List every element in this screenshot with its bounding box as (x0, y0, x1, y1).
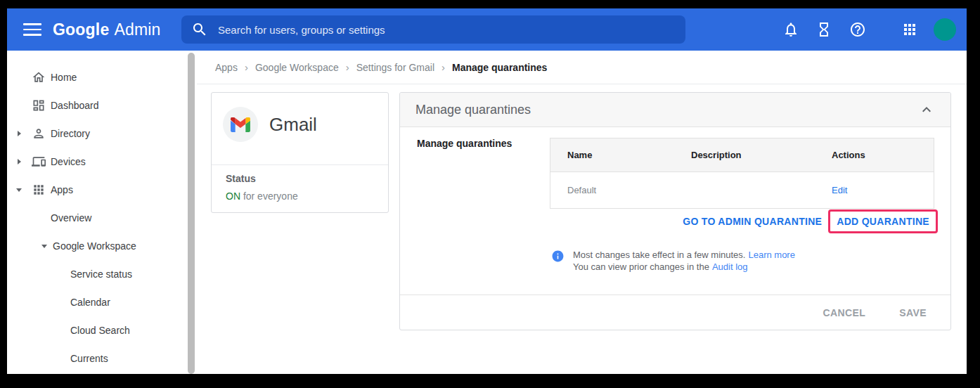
audit-log-link[interactable]: Audit log (712, 261, 748, 272)
sidebar-item-label: Service status (70, 269, 132, 280)
sidebar-item-label: Calendar (70, 297, 110, 308)
breadcrumb-google-workspace[interactable]: Google Workspace (255, 62, 339, 73)
home-icon (32, 70, 46, 84)
panel-title: Manage quarantines (415, 103, 531, 117)
breadcrumb-separator: › (346, 61, 349, 73)
card-divider (212, 164, 388, 165)
breadcrumb-current-page: Manage quarantines (452, 62, 547, 73)
search-icon (191, 21, 208, 38)
apps-grid-icon (32, 183, 46, 197)
google-admin-logo: Google Admin (53, 8, 161, 51)
status-on-badge: ON (226, 190, 240, 202)
caret-down-icon (41, 245, 47, 248)
info-line2: You can view prior changes in the (573, 261, 709, 272)
status-value: ON for everyone (226, 190, 298, 202)
logo-admin: Admin (114, 20, 160, 39)
column-header-actions: Actions (815, 150, 935, 160)
breadcrumb: Apps › Google Workspace › Settings for G… (197, 51, 967, 84)
breadcrumb-separator: › (441, 61, 445, 73)
sidebar-item-label: Home (51, 72, 77, 83)
add-quarantine-button[interactable]: ADD QUARANTINE (837, 216, 929, 227)
learn-more-link[interactable]: Learn more (748, 250, 794, 260)
notifications-icon[interactable] (782, 21, 799, 38)
info-line1: Most changes take effect in a few minute… (573, 250, 745, 260)
sidebar-item-overview[interactable]: Overview (7, 204, 197, 232)
sidebar-item-label: Directory (51, 128, 90, 139)
table-header-row: Name Description Actions (550, 138, 934, 172)
gmail-app-card: Gmail Status ON for everyone (211, 92, 389, 213)
top-app-bar: Google Admin (7, 8, 967, 51)
sidebar-item-label: Dashboard (51, 100, 99, 111)
sidebar-item-label: Apps (51, 184, 73, 195)
sidebar-item-label: Currents (70, 353, 108, 364)
menu-icon[interactable] (23, 21, 41, 38)
gmail-m-icon (231, 117, 250, 132)
sidebar-item-label: Google Workspace (53, 240, 136, 252)
sidebar-item-currents[interactable]: Currents (7, 344, 197, 373)
sidebar-item-directory[interactable]: Directory (7, 119, 197, 148)
cancel-button[interactable]: CANCEL (823, 307, 866, 318)
breadcrumb-separator: › (245, 61, 248, 73)
sidebar-item-label: Overview (51, 212, 91, 224)
topbar-actions (782, 8, 956, 51)
help-icon[interactable] (849, 21, 866, 38)
search-input[interactable] (217, 23, 676, 37)
apps-grid-icon[interactable] (901, 21, 918, 38)
person-icon (32, 127, 46, 141)
gmail-logo (223, 107, 258, 142)
sidebar-item-label: Devices (51, 156, 86, 167)
breadcrumb-settings-for-gmail[interactable]: Settings for Gmail (356, 62, 434, 73)
go-to-admin-quarantine-button[interactable]: GO TO ADMIN QUARANTINE (683, 216, 822, 227)
devices-icon (32, 155, 46, 169)
section-label: Manage quarantines (417, 138, 512, 149)
sidebar-item-calendar[interactable]: Calendar (7, 288, 197, 316)
caret-right-icon (18, 131, 21, 136)
sidebar-item-service-status[interactable]: Service status (7, 260, 197, 288)
dashboard-icon (32, 98, 46, 112)
status-label: Status (226, 173, 256, 184)
caret-right-icon (18, 159, 21, 164)
sidebar-item-devices[interactable]: Devices (7, 148, 197, 176)
edit-link[interactable]: Edit (832, 185, 847, 195)
admin-console-window: Google Admin Home (7, 8, 967, 374)
sidebar-item-label: Cloud Search (70, 325, 130, 336)
app-title: Gmail (269, 114, 317, 136)
column-header-description: Description (674, 150, 815, 160)
breadcrumb-apps[interactable]: Apps (215, 62, 238, 73)
screenshot-frame: Google Admin Home (0, 0, 980, 388)
panel-header: Manage quarantines (400, 93, 950, 127)
save-button[interactable]: SAVE (899, 307, 927, 318)
quarantine-name: Default (550, 185, 674, 195)
sidebar-item-home[interactable]: Home (7, 63, 197, 91)
sidebar-item-apps[interactable]: Apps (7, 176, 197, 204)
sidebar-item-dashboard[interactable]: Dashboard (7, 91, 197, 119)
info-note: Most changes take effect in a few minute… (551, 249, 795, 273)
table-row: Default Edit (550, 172, 934, 208)
caret-down-icon (16, 188, 22, 192)
sidebar-item-google-workspace[interactable]: Google Workspace (7, 232, 197, 260)
search-bar[interactable] (181, 15, 685, 44)
sidebar-item-cloud-search[interactable]: Cloud Search (7, 316, 197, 344)
sidebar-scrollbar[interactable] (188, 53, 195, 374)
collapse-chevron-up-icon[interactable] (918, 101, 935, 118)
info-text: Most changes take effect in a few minute… (573, 249, 795, 273)
account-avatar[interactable] (934, 18, 956, 41)
manage-quarantines-panel: Manage quarantines Manage quarantines Na… (399, 92, 951, 330)
quarantines-table: Name Description Actions Default Edit (550, 138, 934, 209)
info-icon (551, 250, 565, 263)
sidebar-nav: Home Dashboard Directory Devices Apps (7, 51, 197, 374)
action-buttons-row: GO TO ADMIN QUARANTINE ADD QUARANTINE (683, 209, 938, 233)
panel-footer: CANCEL SAVE (400, 295, 950, 330)
status-scope: for everyone (243, 190, 298, 202)
column-header-name: Name (550, 150, 674, 160)
logo-google: Google (53, 20, 109, 39)
tasks-hourglass-icon[interactable] (815, 21, 832, 38)
add-quarantine-highlight: ADD QUARANTINE (828, 209, 938, 233)
